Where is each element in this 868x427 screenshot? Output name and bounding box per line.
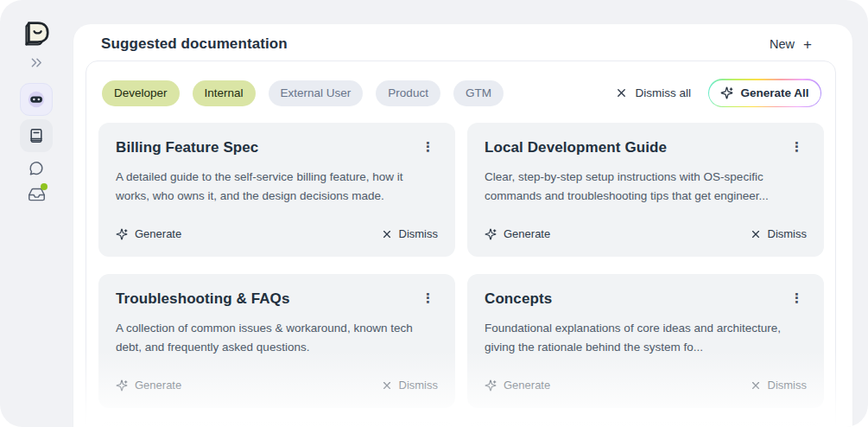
filter-chip-label: Product	[388, 86, 428, 99]
close-icon	[616, 87, 627, 99]
card-generate-button[interactable]: Generate	[116, 227, 181, 240]
card-menu-button[interactable]: ⋮	[418, 289, 438, 307]
card-description: Foundational explanations of core ideas …	[485, 319, 807, 356]
suggestion-card: Concepts ⋮ Foundational explanations of …	[467, 274, 824, 408]
next-row-peek	[86, 422, 835, 427]
card-dismiss-label: Dismiss	[399, 227, 439, 240]
card-menu-button[interactable]: ⋮	[418, 137, 438, 156]
card-header: Concepts ⋮	[485, 289, 807, 309]
double-chevron-right-icon	[30, 57, 43, 68]
suggestion-card: Billing Feature Spec ⋮ A detailed guide …	[98, 123, 455, 257]
filter-chip-label: External User	[281, 86, 352, 99]
sidebar-item-assistant[interactable]	[20, 83, 53, 116]
peeking-card	[98, 422, 455, 427]
card-title: Local Development Guide	[485, 137, 667, 158]
new-button[interactable]: New +	[770, 37, 812, 52]
suggestion-card: Local Development Guide ⋮ Clear, step-by…	[467, 123, 824, 257]
generate-all-label: Generate All	[740, 86, 808, 99]
filter-chips: Developer Internal External User Product…	[102, 80, 504, 106]
card-title: Troubleshooting & FAQs	[116, 289, 289, 309]
filter-chip-gtm[interactable]: GTM	[453, 80, 504, 106]
generate-all-gradient-border: Generate All	[708, 79, 821, 107]
card-title: Concepts	[485, 289, 552, 309]
card-generate-button[interactable]: Generate	[485, 227, 550, 240]
app-window: Suggested documentation New + Developer …	[0, 0, 868, 427]
card-footer: Generate Dismiss	[116, 227, 438, 240]
card-menu-button[interactable]: ⋮	[787, 137, 807, 156]
sidebar	[0, 0, 73, 427]
card-title: Billing Feature Spec	[116, 137, 258, 158]
card-footer: Generate Dismiss	[116, 379, 438, 392]
card-dismiss-button[interactable]: Dismiss	[751, 227, 808, 240]
card-description: Clear, step-by-step setup instructions w…	[485, 168, 807, 205]
card-dismiss-label: Dismiss	[399, 379, 439, 392]
filter-chip-product[interactable]: Product	[376, 80, 440, 106]
card-generate-label: Generate	[504, 379, 550, 392]
card-generate-label: Generate	[135, 227, 181, 240]
screenshot-stage: Suggested documentation New + Developer …	[0, 0, 868, 427]
close-icon	[382, 380, 392, 391]
card-footer: Generate Dismiss	[485, 227, 807, 240]
sparkles-icon	[485, 228, 497, 240]
card-dismiss-label: Dismiss	[768, 379, 808, 392]
sidebar-expand-button[interactable]	[0, 54, 73, 71]
toolbar-actions: Dismiss all Generate All	[616, 79, 821, 107]
card-description: A detailed guide to the self-service bil…	[116, 168, 438, 205]
book-mascot-logo-icon	[19, 18, 52, 51]
peeking-card	[467, 422, 824, 427]
sidebar-item-inbox[interactable]	[20, 178, 53, 211]
filter-chip-external-user[interactable]: External User	[269, 80, 364, 106]
app-logo[interactable]	[19, 18, 52, 51]
filter-chip-internal[interactable]: Internal	[193, 80, 256, 106]
dismiss-all-label: Dismiss all	[635, 86, 691, 99]
card-dismiss-button[interactable]: Dismiss	[382, 227, 439, 240]
sparkles-icon	[116, 379, 128, 392]
notification-badge	[41, 183, 48, 190]
close-icon	[382, 229, 392, 239]
suggestion-cards-grid: Billing Feature Spec ⋮ A detailed guide …	[86, 123, 835, 408]
close-icon	[751, 380, 761, 391]
sparkles-icon	[116, 228, 128, 240]
plus-icon: +	[803, 37, 812, 52]
card-generate-button[interactable]: Generate	[485, 379, 550, 392]
filter-chip-label: Internal	[205, 86, 244, 99]
card-footer: Generate Dismiss	[485, 379, 807, 392]
card-generate-button[interactable]: Generate	[116, 379, 181, 392]
chat-bubble-icon	[28, 160, 45, 177]
card-generate-label: Generate	[504, 227, 550, 240]
suggestion-card: Troubleshooting & FAQs ⋮ A collection of…	[98, 274, 455, 408]
assistant-mask-icon	[26, 89, 47, 110]
page-title: Suggested documentation	[101, 35, 288, 53]
card-header: Local Development Guide ⋮	[485, 137, 807, 158]
card-generate-label: Generate	[135, 379, 181, 392]
filter-chip-label: GTM	[466, 86, 491, 99]
generate-all-button[interactable]: Generate All	[709, 80, 820, 106]
sparkles-icon	[485, 379, 497, 392]
suggestions-panel: Developer Internal External User Product…	[86, 61, 836, 427]
filter-chip-developer[interactable]: Developer	[102, 80, 180, 106]
card-header: Troubleshooting & FAQs ⋮	[116, 289, 438, 309]
filters-toolbar: Developer Internal External User Product…	[86, 61, 835, 123]
close-icon	[751, 229, 761, 239]
new-button-label: New	[770, 37, 795, 51]
card-header: Billing Feature Spec ⋮	[116, 137, 438, 158]
book-icon	[28, 127, 45, 144]
panel-header: Suggested documentation New +	[73, 24, 852, 61]
card-dismiss-button[interactable]: Dismiss	[382, 379, 439, 392]
main-panel: Suggested documentation New + Developer …	[73, 24, 852, 427]
sidebar-item-documents[interactable]	[20, 119, 53, 152]
dismiss-all-button[interactable]: Dismiss all	[616, 86, 691, 99]
card-dismiss-label: Dismiss	[768, 227, 808, 240]
card-dismiss-button[interactable]: Dismiss	[751, 379, 808, 392]
card-description: A collection of common issues & workarou…	[116, 319, 438, 356]
card-menu-button[interactable]: ⋮	[787, 289, 807, 307]
sparkles-icon	[720, 86, 733, 99]
filter-chip-label: Developer	[114, 86, 168, 99]
